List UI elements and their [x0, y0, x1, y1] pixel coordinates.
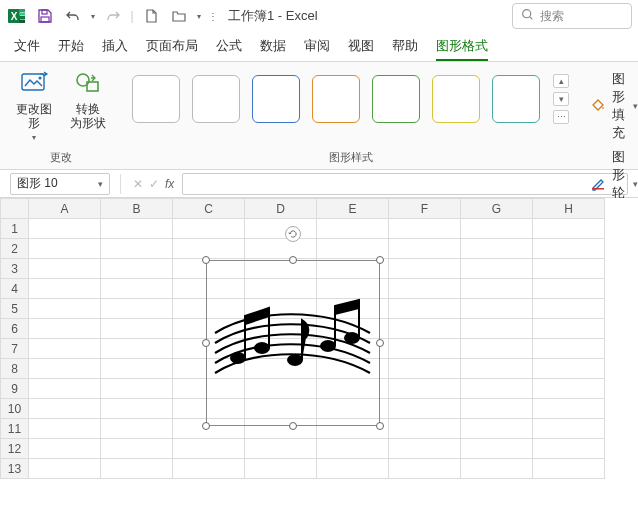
- group-shape-styles: ▴ ▾ ⋯ 图形样式: [122, 62, 580, 169]
- title-bar: X ▾ | ▾ ⋮ 工作簿1 - Excel 搜索: [0, 0, 638, 32]
- tab-help[interactable]: 帮助: [392, 37, 418, 61]
- search-icon: [521, 8, 534, 24]
- gallery-scroll: ▴ ▾ ⋯: [552, 74, 570, 124]
- gallery-up-button[interactable]: ▴: [553, 74, 569, 88]
- tab-layout[interactable]: 页面布局: [146, 37, 198, 61]
- row-header[interactable]: 8: [1, 359, 29, 379]
- window-title: 工作簿1 - Excel: [228, 7, 318, 25]
- save-button[interactable]: [32, 3, 58, 29]
- shape-fill-button[interactable]: 图形填充▾: [590, 70, 638, 142]
- tab-data[interactable]: 数据: [260, 37, 286, 61]
- open-file-button[interactable]: [166, 3, 192, 29]
- chevron-down-icon: ▾: [633, 101, 638, 111]
- group-change: 更改图 形 ▾ 转换 为形状 更改: [0, 62, 122, 169]
- convert-to-shape-button[interactable]: 转换 为形状: [64, 68, 112, 142]
- gallery-more-button[interactable]: ⋯: [553, 110, 569, 124]
- formula-bar-buttons: ✕ ✓ fx: [133, 177, 174, 191]
- tab-home[interactable]: 开始: [58, 37, 84, 61]
- cell-grid[interactable]: A B C D E F G H 1 2 3 4 5 6 7 8 9 10 11 …: [0, 198, 605, 479]
- style-preset-2[interactable]: [192, 75, 240, 123]
- tab-shape-format[interactable]: 图形格式: [436, 37, 488, 61]
- svg-rect-9: [22, 74, 44, 90]
- row-header[interactable]: 7: [1, 339, 29, 359]
- gallery-down-button[interactable]: ▾: [553, 92, 569, 106]
- row-header[interactable]: 6: [1, 319, 29, 339]
- group-label-change: 更改: [50, 148, 72, 165]
- excel-app-icon: X: [6, 5, 28, 27]
- row-header[interactable]: 11: [1, 419, 29, 439]
- svg-rect-4: [19, 16, 25, 19]
- worksheet: A B C D E F G H 1 2 3 4 5 6 7 8 9 10 11 …: [0, 198, 638, 479]
- col-header[interactable]: H: [533, 199, 605, 219]
- svg-point-8: [523, 10, 531, 18]
- svg-rect-3: [19, 13, 25, 16]
- change-graphic-button[interactable]: 更改图 形 ▾: [10, 68, 58, 142]
- name-box[interactable]: 图形 10 ▾: [10, 173, 110, 195]
- svg-text:X: X: [11, 11, 18, 22]
- col-header[interactable]: B: [101, 199, 173, 219]
- formula-input[interactable]: [182, 173, 628, 195]
- undo-button[interactable]: [60, 3, 86, 29]
- col-header[interactable]: F: [389, 199, 461, 219]
- qat-separator: |: [128, 3, 136, 29]
- col-header[interactable]: A: [29, 199, 101, 219]
- style-preset-7[interactable]: [492, 75, 540, 123]
- style-preset-5[interactable]: [372, 75, 420, 123]
- chevron-down-icon: ▾: [633, 179, 638, 189]
- chevron-down-icon: ▾: [98, 179, 103, 189]
- svg-rect-2: [19, 9, 25, 12]
- select-all-button[interactable]: [1, 199, 29, 219]
- undo-dropdown[interactable]: ▾: [88, 3, 98, 29]
- tab-formulas[interactable]: 公式: [216, 37, 242, 61]
- row-header[interactable]: 10: [1, 399, 29, 419]
- qat-customize[interactable]: ⋮: [206, 3, 220, 29]
- cancel-icon[interactable]: ✕: [133, 177, 143, 191]
- col-header[interactable]: E: [317, 199, 389, 219]
- formula-bar-row: 图形 10 ▾ ✕ ✓ fx: [0, 170, 638, 198]
- style-preset-6[interactable]: [432, 75, 480, 123]
- row-header[interactable]: 13: [1, 459, 29, 479]
- tab-review[interactable]: 审阅: [304, 37, 330, 61]
- row-header[interactable]: 9: [1, 379, 29, 399]
- svg-rect-7: [41, 17, 49, 22]
- divider: [120, 174, 121, 194]
- search-placeholder: 搜索: [540, 8, 564, 25]
- group-label-styles: 图形样式: [329, 148, 373, 165]
- row-header[interactable]: 4: [1, 279, 29, 299]
- row-header[interactable]: 2: [1, 239, 29, 259]
- col-header[interactable]: D: [245, 199, 317, 219]
- search-box[interactable]: 搜索: [512, 3, 632, 29]
- ribbon: 更改图 形 ▾ 转换 为形状 更改 ▴ ▾ ⋯ 图形样式: [0, 62, 638, 170]
- chevron-down-icon: ▾: [32, 133, 36, 142]
- col-header[interactable]: C: [173, 199, 245, 219]
- row-header[interactable]: 1: [1, 219, 29, 239]
- row-header[interactable]: 5: [1, 299, 29, 319]
- tab-view[interactable]: 视图: [348, 37, 374, 61]
- style-preset-1[interactable]: [132, 75, 180, 123]
- row-header[interactable]: 12: [1, 439, 29, 459]
- fill-bucket-icon: [590, 97, 606, 116]
- quick-access-toolbar: ▾ | ▾ ⋮: [32, 3, 220, 29]
- tab-file[interactable]: 文件: [14, 37, 40, 61]
- enter-icon[interactable]: ✓: [149, 177, 159, 191]
- ribbon-tabs: 文件 开始 插入 页面布局 公式 数据 审阅 视图 帮助 图形格式: [0, 32, 638, 62]
- open-dropdown[interactable]: ▾: [194, 3, 204, 29]
- svg-point-10: [39, 77, 42, 80]
- outline-pen-icon: [590, 175, 606, 194]
- fx-icon[interactable]: fx: [165, 177, 174, 191]
- group-shape-format-options: 图形填充▾ 图形轮廓▾ 图形效果▾: [580, 62, 638, 169]
- svg-rect-5: [19, 20, 25, 24]
- svg-rect-13: [592, 188, 604, 190]
- row-header[interactable]: 3: [1, 259, 29, 279]
- col-header[interactable]: G: [461, 199, 533, 219]
- new-file-button[interactable]: [138, 3, 164, 29]
- style-preset-4[interactable]: [312, 75, 360, 123]
- style-preset-3[interactable]: [252, 75, 300, 123]
- redo-button[interactable]: [100, 3, 126, 29]
- tab-insert[interactable]: 插入: [102, 37, 128, 61]
